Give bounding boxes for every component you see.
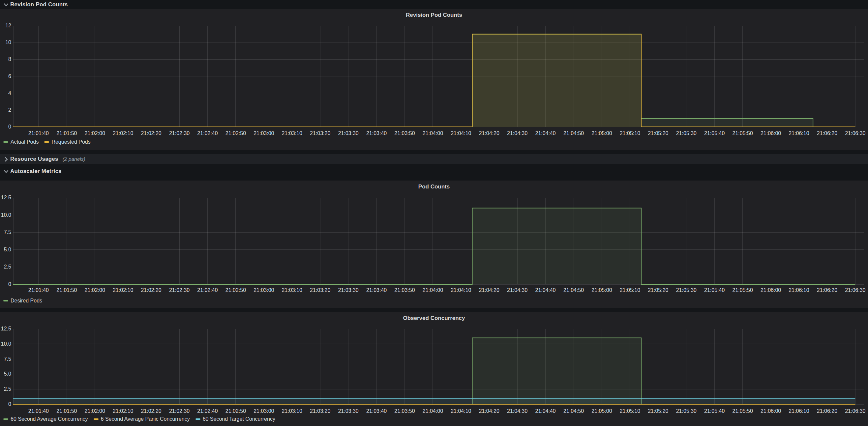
- svg-text:21:02:50: 21:02:50: [225, 130, 246, 136]
- svg-text:12.5: 12.5: [1, 195, 11, 200]
- svg-text:21:04:20: 21:04:20: [479, 287, 499, 293]
- svg-text:21:06:00: 21:06:00: [761, 287, 781, 293]
- svg-text:21:06:20: 21:06:20: [817, 130, 837, 136]
- svg-text:5.0: 5.0: [4, 371, 11, 376]
- svg-text:21:05:00: 21:05:00: [591, 130, 612, 136]
- y-axis-labels: 024681012: [5, 23, 11, 129]
- legend-series-label: 6 Second Average Panic Concurrency: [101, 416, 190, 422]
- svg-text:21:03:40: 21:03:40: [366, 287, 387, 293]
- svg-text:10: 10: [5, 39, 11, 45]
- pod-counts-chart[interactable]: 02.55.07.510.012.521:01:4021:01:5021:02:…: [0, 181, 868, 308]
- svg-text:21:01:50: 21:01:50: [56, 130, 77, 136]
- series-line-desired-pods: [13, 208, 855, 284]
- svg-text:2.5: 2.5: [4, 264, 11, 269]
- series-line-actual-pods: [13, 34, 855, 127]
- svg-text:21:06:30: 21:06:30: [845, 130, 865, 136]
- svg-text:21:06:10: 21:06:10: [788, 408, 809, 414]
- row-header-resource-usages[interactable]: Resource Usages (2 panels): [0, 154, 868, 164]
- svg-text:21:05:40: 21:05:40: [704, 130, 724, 136]
- svg-text:21:03:20: 21:03:20: [310, 408, 330, 414]
- svg-text:21:03:30: 21:03:30: [338, 130, 358, 136]
- svg-text:21:04:10: 21:04:10: [451, 130, 471, 136]
- svg-text:21:04:50: 21:04:50: [563, 287, 584, 293]
- legend-item-desired-pods[interactable]: Desired Pods: [3, 298, 42, 304]
- row-header-autoscaler-metrics[interactable]: Autoscaler Metrics: [0, 166, 868, 177]
- svg-text:0: 0: [8, 282, 11, 287]
- grid: [13, 198, 864, 284]
- svg-text:21:02:40: 21:02:40: [197, 287, 218, 293]
- legend-item-60-second-average-concurrency[interactable]: 60 Second Average Concurrency: [3, 416, 88, 422]
- svg-text:21:04:40: 21:04:40: [535, 130, 556, 136]
- svg-text:21:06:20: 21:06:20: [817, 287, 837, 293]
- y-axis-labels: 02.55.07.510.012.5: [1, 326, 11, 407]
- row-title: Resource Usages: [10, 156, 58, 162]
- chevron-down-icon: [2, 2, 10, 8]
- svg-text:21:06:10: 21:06:10: [788, 130, 809, 136]
- svg-text:21:03:50: 21:03:50: [394, 408, 415, 414]
- chevron-right-icon: [2, 156, 10, 162]
- svg-text:5.0: 5.0: [4, 247, 11, 252]
- svg-text:7.5: 7.5: [4, 356, 11, 362]
- svg-text:21:05:40: 21:05:40: [704, 408, 724, 414]
- svg-text:21:04:10: 21:04:10: [451, 408, 471, 414]
- panel-revision-pod-counts: Revision Pod Counts 02468101221:01:4021:…: [0, 9, 868, 150]
- svg-text:21:04:10: 21:04:10: [451, 287, 471, 293]
- svg-text:21:03:30: 21:03:30: [338, 408, 358, 414]
- legend-item-6-second-average-panic-concurrency[interactable]: 6 Second Average Panic Concurrency: [94, 416, 190, 422]
- legend-item-requested-pods[interactable]: Requested Pods: [44, 139, 90, 145]
- svg-text:2: 2: [8, 107, 11, 113]
- svg-text:21:02:20: 21:02:20: [141, 130, 161, 136]
- grafana-dashboard: Revision Pod Counts Revision Pod Counts …: [0, 0, 868, 426]
- svg-text:21:04:20: 21:04:20: [479, 130, 499, 136]
- legend-series-marker: [94, 418, 99, 420]
- svg-text:21:04:00: 21:04:00: [423, 287, 443, 293]
- legend-series-marker: [3, 418, 8, 420]
- legend-item-60-second-target-concurrency[interactable]: 60 Second Target Concurrency: [195, 416, 275, 422]
- svg-text:21:03:10: 21:03:10: [282, 287, 302, 293]
- svg-text:21:05:20: 21:05:20: [648, 130, 668, 136]
- svg-text:21:03:40: 21:03:40: [366, 130, 387, 136]
- svg-text:12.5: 12.5: [1, 326, 11, 331]
- svg-text:21:04:30: 21:04:30: [507, 408, 527, 414]
- chart-legend: Actual PodsRequested Pods: [3, 139, 91, 145]
- svg-text:21:02:50: 21:02:50: [225, 408, 246, 414]
- observed-concurrency-chart[interactable]: 02.55.07.510.012.521:01:4021:01:5021:02:…: [0, 312, 868, 426]
- svg-text:21:06:30: 21:06:30: [845, 408, 865, 414]
- series-fill-60-second-average-concurrency: [13, 338, 855, 404]
- chart-legend: Desired Pods: [3, 298, 42, 304]
- x-axis-labels: 21:01:4021:01:5021:02:0021:02:1021:02:20…: [28, 130, 866, 136]
- revision-pod-counts-chart[interactable]: 02468101221:01:4021:01:5021:02:0021:02:1…: [0, 9, 868, 150]
- svg-text:21:01:50: 21:01:50: [56, 408, 77, 414]
- svg-text:21:05:30: 21:05:30: [676, 130, 696, 136]
- svg-text:21:03:10: 21:03:10: [282, 130, 302, 136]
- svg-text:21:04:30: 21:04:30: [507, 130, 527, 136]
- svg-text:21:02:00: 21:02:00: [85, 287, 105, 293]
- svg-text:0: 0: [8, 401, 11, 407]
- svg-text:21:05:50: 21:05:50: [733, 130, 753, 136]
- svg-text:21:06:20: 21:06:20: [817, 408, 837, 414]
- svg-text:21:05:00: 21:05:00: [591, 408, 612, 414]
- series-fill-requested-pods: [13, 34, 855, 127]
- svg-text:21:03:50: 21:03:50: [394, 130, 415, 136]
- svg-text:10.0: 10.0: [1, 341, 11, 347]
- chart-legend: 60 Second Average Concurrency6 Second Av…: [3, 416, 275, 422]
- svg-text:4: 4: [8, 90, 11, 96]
- legend-item-actual-pods[interactable]: Actual Pods: [3, 139, 38, 145]
- svg-text:21:01:50: 21:01:50: [56, 287, 77, 293]
- row-header-revision-pod-counts[interactable]: Revision Pod Counts: [0, 0, 868, 9]
- svg-text:21:01:40: 21:01:40: [28, 130, 49, 136]
- row-title: Autoscaler Metrics: [10, 168, 62, 175]
- svg-text:21:05:00: 21:05:00: [591, 287, 612, 293]
- svg-text:21:04:20: 21:04:20: [479, 408, 499, 414]
- svg-text:21:04:40: 21:04:40: [535, 287, 556, 293]
- svg-text:21:05:30: 21:05:30: [676, 287, 696, 293]
- legend-series-label: 60 Second Average Concurrency: [10, 416, 88, 422]
- svg-text:21:03:20: 21:03:20: [310, 130, 330, 136]
- svg-text:21:02:10: 21:02:10: [113, 408, 133, 414]
- svg-text:21:04:40: 21:04:40: [535, 408, 556, 414]
- series-line-60-second-average-concurrency: [13, 338, 855, 404]
- svg-text:21:05:10: 21:05:10: [620, 287, 640, 293]
- svg-text:21:04:00: 21:04:00: [423, 408, 443, 414]
- series-fill-desired-pods: [13, 208, 855, 284]
- svg-text:21:03:10: 21:03:10: [282, 408, 302, 414]
